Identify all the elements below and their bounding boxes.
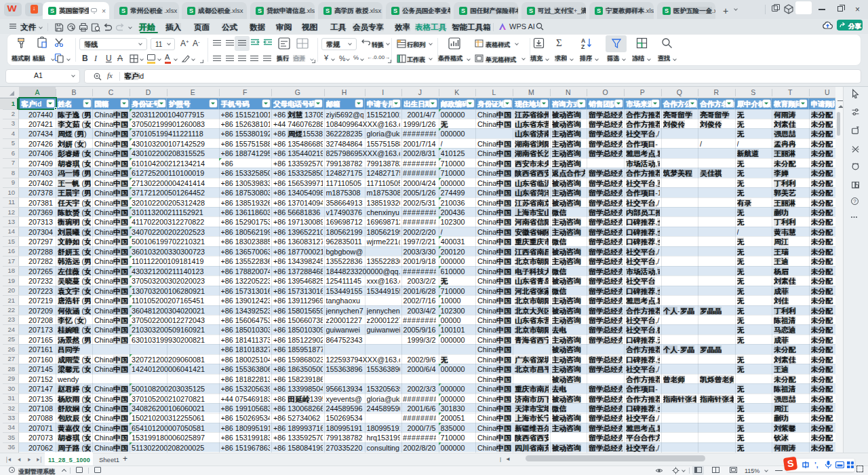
svg-text:Z: Z (581, 43, 585, 50)
